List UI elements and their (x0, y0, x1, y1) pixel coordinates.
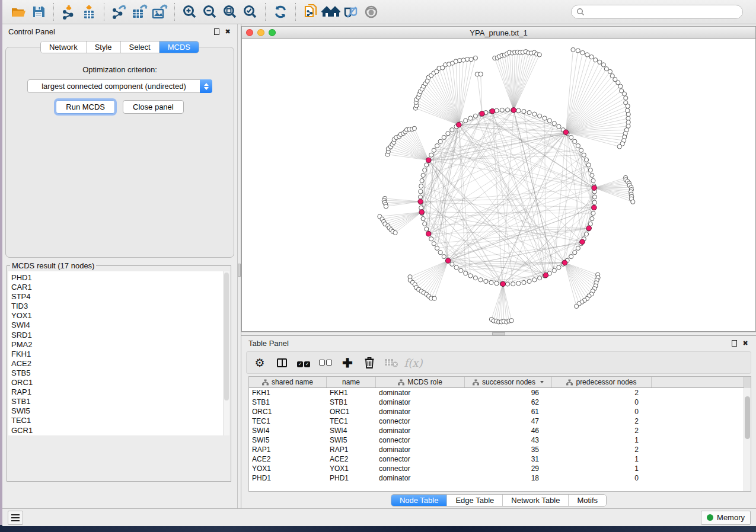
export-network-button[interactable] (109, 2, 129, 21)
graph-node[interactable] (592, 200, 596, 204)
graph-leaf-node[interactable] (631, 200, 635, 204)
graph-node[interactable] (584, 232, 588, 236)
export-image-button[interactable] (149, 2, 170, 21)
result-item[interactable]: STP4 (11, 292, 229, 302)
graph-mcds-node[interactable] (418, 199, 423, 204)
graph-leaf-node[interactable] (461, 58, 465, 62)
graph-node[interactable] (576, 144, 580, 148)
close-panel-button[interactable]: Close panel (123, 100, 184, 114)
graph-node[interactable] (590, 173, 594, 177)
horizontal-splitter[interactable] (241, 332, 756, 336)
graph-node[interactable] (423, 222, 427, 226)
table-row[interactable]: SWI4SWI4dominator462 (249, 426, 751, 435)
cell-name[interactable]: STB1 (327, 398, 376, 406)
tab-node-table[interactable]: Node Table (391, 495, 448, 506)
graph-mcds-node[interactable] (480, 111, 485, 117)
graph-node[interactable] (454, 265, 458, 270)
cell-successor-nodes[interactable]: 62 (465, 398, 552, 406)
cell-shared-name[interactable]: ACE2 (249, 455, 327, 463)
graph-leaf-node[interactable] (479, 72, 483, 76)
graph-node[interactable] (505, 282, 509, 286)
close-panel-icon[interactable]: ✖ (224, 28, 231, 36)
result-item[interactable]: FKH1 (11, 350, 229, 359)
vertical-splitter[interactable] (237, 24, 241, 508)
graph-node[interactable] (547, 118, 551, 123)
graph-node[interactable] (522, 110, 526, 114)
result-item[interactable]: SRD1 (11, 331, 229, 340)
result-item[interactable]: GCR1 (11, 426, 229, 435)
cell-predecessor-nodes[interactable]: 2 (552, 446, 652, 454)
graph-node[interactable] (590, 217, 594, 221)
graph-node[interactable] (579, 148, 583, 152)
cell-name[interactable]: YOX1 (327, 464, 376, 473)
cell-predecessor-nodes[interactable]: 0 (552, 408, 652, 416)
graph-node[interactable] (459, 268, 463, 273)
splitter-grip[interactable] (492, 332, 505, 335)
cell-successor-nodes[interactable]: 46 (465, 427, 552, 435)
cell-name[interactable]: ACE2 (327, 455, 376, 463)
graph-node[interactable] (419, 184, 423, 188)
cell-successor-nodes[interactable]: 61 (465, 408, 552, 416)
network-canvas[interactable] (242, 39, 755, 331)
mcds-result-list[interactable]: PHD1CAR1STP4TID3YOX1SWI4SRD1PMA2FKH1ACE2… (8, 271, 229, 435)
graph-leaf-node[interactable] (610, 74, 614, 78)
graph-leaf-node[interactable] (601, 63, 605, 67)
graph-node[interactable] (522, 280, 526, 284)
cell-MCDS-role[interactable]: dominator (376, 427, 465, 435)
houses-button[interactable] (321, 2, 341, 21)
cell-successor-nodes[interactable]: 96 (465, 389, 552, 397)
graph-node[interactable] (538, 114, 542, 118)
cell-successor-nodes[interactable]: 31 (465, 455, 552, 463)
graph-leaf-node[interactable] (604, 67, 608, 71)
graph-leaf-node[interactable] (622, 92, 626, 96)
graph-node[interactable] (557, 265, 561, 270)
zoom-out-button[interactable] (200, 2, 220, 21)
graph-node[interactable] (527, 111, 531, 115)
graph-node[interactable] (423, 168, 427, 172)
zoom-selected-button[interactable] (240, 2, 260, 21)
graph-node[interactable] (592, 195, 596, 199)
graph-node[interactable] (495, 281, 499, 286)
graph-leaf-node[interactable] (571, 47, 575, 52)
graph-leaf-node[interactable] (626, 108, 630, 113)
tab-mcds[interactable]: MCDS (160, 41, 199, 53)
graph-leaf-node[interactable] (473, 56, 477, 60)
graph-node[interactable] (588, 168, 592, 172)
graph-mcds-node[interactable] (426, 158, 432, 163)
graph-node[interactable] (432, 242, 436, 246)
result-item[interactable]: STB5 (11, 368, 229, 378)
graph-node[interactable] (450, 262, 454, 266)
import-network-button[interactable] (59, 2, 79, 21)
tab-edge-table[interactable]: Edge Table (447, 495, 503, 506)
search-box[interactable] (571, 5, 743, 19)
cell-shared-name[interactable]: PHD1 (249, 474, 327, 482)
network-graph[interactable] (242, 39, 755, 331)
table-row[interactable]: STB1STB1dominator620 (249, 398, 751, 407)
float-panel-icon[interactable] (214, 28, 219, 35)
graph-node[interactable] (591, 178, 595, 182)
graph-node[interactable] (435, 144, 439, 148)
graph-node[interactable] (425, 163, 429, 167)
graph-node[interactable] (586, 163, 591, 167)
cell-successor-nodes[interactable]: 29 (465, 464, 552, 473)
graph-mcds-node[interactable] (586, 226, 592, 231)
graph-node[interactable] (573, 251, 577, 255)
table-row[interactable]: ACE2ACE2connector311 (249, 454, 751, 464)
result-item[interactable]: CAR1 (11, 283, 229, 292)
graph-mcds-node[interactable] (490, 108, 495, 114)
hide-glasses-button[interactable] (341, 2, 361, 21)
cell-name[interactable]: SWI4 (327, 427, 376, 435)
column-header-predecessor-nodes[interactable]: predecessor nodes (552, 377, 652, 387)
cell-MCDS-role[interactable]: connector (376, 464, 465, 473)
cell-shared-name[interactable]: FKH1 (249, 389, 327, 397)
graph-leaf-node[interactable] (432, 296, 436, 300)
cell-name[interactable]: TEC1 (327, 417, 376, 425)
clone-network-button[interactable] (301, 2, 321, 21)
column-header-successor-nodes[interactable]: successor nodes (465, 377, 552, 387)
column-header-shared-name[interactable]: shared name (249, 377, 327, 387)
graph-leaf-node[interactable] (509, 319, 513, 323)
settings-gear-button[interactable]: ⚙ (251, 354, 268, 371)
cell-MCDS-role[interactable]: dominator (376, 446, 465, 454)
cell-MCDS-role[interactable]: dominator (376, 398, 465, 406)
graph-mcds-node[interactable] (563, 130, 569, 135)
